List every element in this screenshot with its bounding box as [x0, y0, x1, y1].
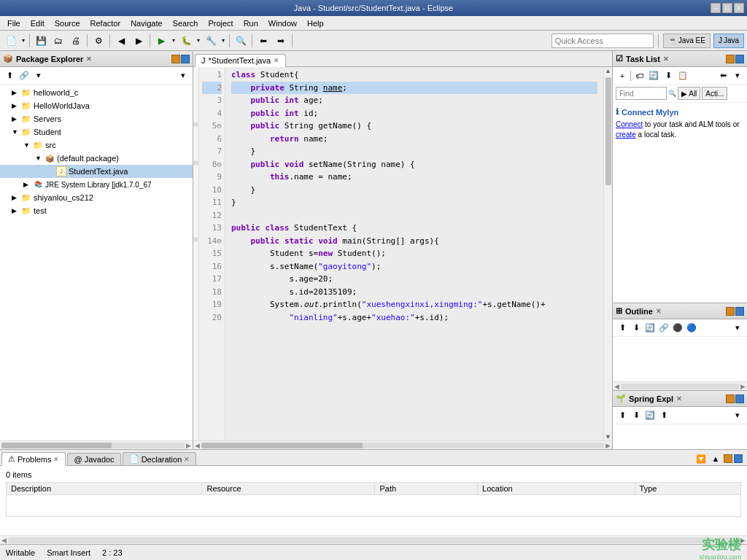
- outline-btn2[interactable]: ⬇: [630, 322, 643, 335]
- outline-btn1[interactable]: ⬆: [616, 322, 629, 335]
- outline-right[interactable]: ▶: [740, 383, 746, 390]
- save-all-btn[interactable]: 🗂: [50, 33, 66, 49]
- save-btn[interactable]: 💾: [33, 33, 49, 49]
- panel-minimize[interactable]: [171, 55, 180, 63]
- menu-window[interactable]: Window: [264, 18, 301, 28]
- menu-file[interactable]: File: [3, 18, 25, 28]
- col-path[interactable]: Path: [375, 483, 478, 495]
- task-btn4[interactable]: 📋: [676, 69, 689, 82]
- next-btn[interactable]: ➡: [273, 33, 289, 49]
- spring-btn4[interactable]: ⬆: [657, 409, 670, 422]
- editor-tab-close[interactable]: ✕: [274, 57, 279, 64]
- run-dropdown[interactable]: ▾: [171, 33, 177, 49]
- hscroll-left[interactable]: ◀: [195, 442, 200, 449]
- arrow-student[interactable]: ▼: [12, 128, 20, 136]
- debug-dropdown[interactable]: ▾: [196, 33, 201, 49]
- task-maximize[interactable]: [735, 55, 744, 63]
- col-location[interactable]: Location: [478, 483, 635, 495]
- tree-item-src[interactable]: ▼ 📁 src: [0, 139, 193, 152]
- tree-menu-btn[interactable]: ▾: [32, 69, 45, 82]
- properties-btn[interactable]: ⚙: [90, 33, 107, 49]
- new-dropdown[interactable]: ▾: [20, 33, 26, 49]
- java-ee-perspective-btn[interactable]: ☕ Java EE: [663, 34, 711, 48]
- tree-item-servers[interactable]: ▶ 📁 Servers: [0, 112, 193, 125]
- menu-refactor[interactable]: Refactor: [86, 18, 125, 28]
- task-btn2[interactable]: 🔄: [647, 69, 660, 82]
- task-dropdown-btn[interactable]: ▾: [731, 69, 744, 82]
- menu-search[interactable]: Search: [169, 18, 203, 28]
- arrow-helloworldc[interactable]: ▶: [12, 89, 20, 96]
- code-area[interactable]: class Student{ private String name; publ…: [225, 67, 603, 440]
- menu-project[interactable]: Project: [204, 18, 237, 28]
- java-perspective-btn[interactable]: J Java: [713, 34, 744, 48]
- declaration-tab-close[interactable]: ✕: [184, 456, 190, 463]
- collapse-all-btn[interactable]: ⬆: [3, 69, 16, 82]
- tree-item-test[interactable]: ▶ 📁 test: [0, 204, 193, 217]
- next-edit-btn[interactable]: ▶: [131, 33, 147, 49]
- tree-item-helloworldc[interactable]: ▶ 📁 helloworld_c: [0, 86, 193, 99]
- menu-edit[interactable]: Edit: [26, 18, 49, 28]
- quick-access-input[interactable]: [551, 34, 654, 48]
- search-btn[interactable]: 🔍: [233, 33, 249, 49]
- run-btn[interactable]: ▶: [153, 33, 169, 49]
- find-input[interactable]: [616, 87, 667, 100]
- bottom-left[interactable]: ◀: [1, 537, 7, 544]
- bottom-right[interactable]: ▶: [740, 537, 746, 544]
- vscroll-up[interactable]: ▲: [604, 67, 612, 74]
- package-explorer-close-x[interactable]: ✕: [86, 55, 92, 63]
- editor-vscroll[interactable]: ▲ ▼: [603, 67, 612, 440]
- bottom-filter-btn[interactable]: 🔽: [694, 452, 708, 465]
- hscroll-right[interactable]: ▶: [605, 442, 611, 449]
- prev-edit-btn[interactable]: ◀: [113, 33, 129, 49]
- vscroll-down[interactable]: ▼: [604, 433, 612, 440]
- menu-help[interactable]: Help: [303, 18, 328, 28]
- ext-dropdown[interactable]: ▾: [220, 33, 226, 49]
- bottom-maximize[interactable]: [734, 454, 743, 463]
- pe-hscroll[interactable]: ▶: [0, 440, 193, 449]
- ext-tools-btn[interactable]: 🔧: [203, 33, 219, 49]
- prev-btn[interactable]: ⬅: [255, 33, 271, 49]
- spring-minimize[interactable]: [726, 394, 735, 403]
- arrow-src[interactable]: ▼: [23, 141, 32, 149]
- problems-tab-close[interactable]: ✕: [53, 456, 59, 463]
- menu-run[interactable]: Run: [239, 18, 263, 28]
- close-btn[interactable]: ×: [734, 3, 744, 13]
- spring-btn1[interactable]: ⬆: [616, 409, 629, 422]
- find-all-btn[interactable]: ▶ All: [678, 87, 700, 100]
- outline-btn3[interactable]: 🔄: [643, 322, 657, 335]
- col-resource[interactable]: Resource: [202, 483, 375, 495]
- gutter-mark-5[interactable]: ⊟: [193, 118, 198, 131]
- vscroll-thumb[interactable]: [605, 77, 611, 185]
- outline-left[interactable]: ◀: [614, 383, 619, 390]
- pe-hscroll-thumb[interactable]: [1, 443, 112, 448]
- spring-maximize[interactable]: [735, 394, 744, 403]
- hscroll-thumb[interactable]: [201, 443, 363, 448]
- spring-btn3[interactable]: 🔄: [643, 409, 657, 422]
- gutter-mark-14[interactable]: ⊟: [193, 233, 198, 246]
- task-btn5[interactable]: ⬅: [716, 69, 729, 82]
- col-type[interactable]: Type: [635, 483, 740, 495]
- task-btn1[interactable]: 🏷: [632, 69, 646, 82]
- bottom-minimize[interactable]: [724, 454, 732, 463]
- panel-maximize[interactable]: [181, 55, 190, 63]
- print-btn[interactable]: 🖨: [68, 33, 84, 49]
- outline-minimize[interactable]: [726, 307, 735, 316]
- minimize-btn[interactable]: –: [711, 3, 721, 13]
- outline-dropdown[interactable]: ▾: [731, 322, 744, 335]
- arrow-test[interactable]: ▶: [12, 207, 20, 214]
- editor-hscroll[interactable]: ◀ ▶: [193, 440, 612, 449]
- pe-right-arrow[interactable]: ▶: [186, 442, 191, 449]
- task-add-btn[interactable]: +: [616, 69, 629, 82]
- bottom-collapse-btn[interactable]: ▲: [709, 452, 722, 465]
- tree-item-default-pkg[interactable]: ▼ 📦 (default package): [0, 152, 193, 165]
- spring-btn2[interactable]: ⬇: [630, 409, 643, 422]
- outline-btn6[interactable]: 🔵: [685, 322, 698, 335]
- outline-hscroll[interactable]: ◀ ▶: [613, 381, 747, 390]
- link-editor-btn[interactable]: 🔗: [18, 69, 31, 82]
- outline-close-x[interactable]: ✕: [656, 308, 662, 315]
- tree-item-helloworldjava[interactable]: ▶ 📁 HelloWorldJava: [0, 99, 193, 112]
- col-description[interactable]: Description: [7, 483, 202, 495]
- debug-btn[interactable]: 🐛: [178, 33, 194, 49]
- gutter-mark-8[interactable]: ⊟: [193, 157, 198, 170]
- tree-dropdown-btn[interactable]: ▾: [177, 69, 190, 82]
